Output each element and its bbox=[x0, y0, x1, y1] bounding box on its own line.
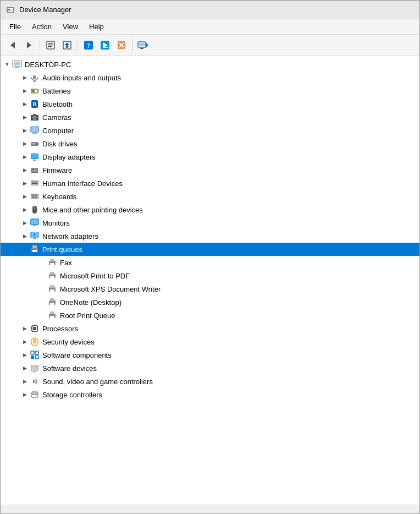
tree-item-disk[interactable]: ▶ Disk drives bbox=[1, 137, 419, 150]
tree-item-storage[interactable]: ▶ Storage controllers bbox=[1, 388, 419, 401]
update-driver-button[interactable] bbox=[59, 37, 75, 53]
svg-marker-5 bbox=[10, 42, 15, 48]
svg-rect-10 bbox=[48, 46, 52, 47]
tree-item-network[interactable]: ▶ Network adapters bbox=[1, 229, 419, 243]
back-button[interactable] bbox=[5, 37, 20, 53]
scan-icon bbox=[137, 40, 148, 50]
svg-rect-46 bbox=[31, 143, 35, 144]
tree-item-audio[interactable]: ▶ Audio inputs and outputs bbox=[1, 71, 419, 84]
print-queues-label: Print queues bbox=[42, 245, 82, 254]
tree-item-computer[interactable]: ▶ Computer bbox=[1, 124, 419, 137]
svg-point-132 bbox=[31, 391, 38, 395]
svg-rect-82 bbox=[32, 250, 37, 252]
network-label: Network adapters bbox=[42, 232, 98, 240]
security-expand-arrow: ▶ bbox=[20, 337, 29, 346]
svg-rect-95 bbox=[49, 288, 51, 289]
svg-point-79 bbox=[34, 234, 36, 236]
uninstall-button[interactable] bbox=[114, 37, 129, 53]
root-computer-icon bbox=[12, 59, 23, 70]
svg-rect-99 bbox=[49, 302, 51, 303]
svg-rect-28 bbox=[33, 75, 36, 79]
tree-item-monitors[interactable]: ▶ Monitors bbox=[1, 216, 419, 229]
security-label: Security devices bbox=[42, 338, 95, 346]
tree-item-sw-devices[interactable]: ▶ Software devices bbox=[1, 362, 419, 375]
computer-expand-arrow: ▶ bbox=[20, 126, 29, 135]
firmware-expand-arrow: ▶ bbox=[20, 166, 29, 174]
tree-item-display[interactable]: ▶ Display adapters bbox=[1, 150, 419, 163]
monitor-icon bbox=[29, 217, 40, 228]
svg-rect-61 bbox=[32, 183, 37, 184]
menu-file[interactable]: File bbox=[5, 21, 25, 32]
tree-item-bluetooth[interactable]: ▶ B Bluetooth bbox=[1, 97, 419, 111]
toolbar: ? bbox=[1, 35, 419, 56]
disk-label: Disk drives bbox=[42, 140, 78, 148]
svg-marker-24 bbox=[146, 43, 148, 47]
batteries-icon bbox=[29, 85, 40, 96]
svg-rect-26 bbox=[14, 62, 20, 65]
horizontal-scrollbar[interactable] bbox=[1, 505, 419, 513]
svg-rect-27 bbox=[15, 67, 19, 68]
svg-rect-93 bbox=[50, 285, 54, 288]
title-bar-text: Device Manager bbox=[19, 6, 71, 14]
svg-rect-49 bbox=[33, 160, 36, 161]
device-manager-window: Device Manager File Action View Help bbox=[0, 0, 420, 514]
processors-label: Processors bbox=[42, 325, 78, 333]
title-bar: Device Manager bbox=[1, 1, 419, 19]
toggle-device-button[interactable] bbox=[97, 37, 113, 53]
tree-item-mice[interactable]: ▶ Mice and other pointing devices bbox=[1, 203, 419, 216]
menu-view[interactable]: View bbox=[58, 21, 82, 32]
title-bar-icon bbox=[6, 6, 15, 14]
svg-rect-52 bbox=[32, 169, 34, 170]
tree-item-hid[interactable]: ▶ Human Interface Devices bbox=[1, 177, 419, 190]
sw-devices-icon bbox=[29, 363, 40, 374]
svg-rect-60 bbox=[37, 182, 38, 183]
svg-rect-122 bbox=[31, 356, 34, 359]
tree-item-firmware[interactable]: ▶ Firmware bbox=[1, 163, 419, 177]
svg-rect-59 bbox=[35, 182, 36, 183]
svg-rect-94 bbox=[50, 289, 54, 292]
menu-action[interactable]: Action bbox=[27, 21, 56, 32]
svg-rect-89 bbox=[50, 272, 54, 275]
firmware-label: Firmware bbox=[42, 166, 72, 174]
sw-components-icon bbox=[29, 349, 40, 360]
tree-root[interactable]: ▼ DESKTOP-PC bbox=[1, 58, 419, 71]
tree-item-keyboards[interactable]: ▶ Keyboards bbox=[1, 190, 419, 203]
tree-item-security[interactable]: ▶ Security devices bbox=[1, 335, 419, 348]
svg-point-119 bbox=[34, 340, 36, 342]
tree-item-sound[interactable]: ▶ Sound, video and game controllers bbox=[1, 375, 419, 388]
computer2-icon bbox=[29, 125, 40, 136]
menu-help[interactable]: Help bbox=[85, 21, 108, 32]
network-icon bbox=[29, 231, 40, 242]
root-print-label: Root Print Queue bbox=[60, 311, 115, 320]
tree-item-cameras[interactable]: ▶ Cameras bbox=[1, 111, 419, 124]
properties-button[interactable] bbox=[43, 37, 58, 53]
ms-xps-label: Microsoft XPS Document Writer bbox=[60, 285, 161, 293]
tree-item-ms-xps[interactable]: Microsoft XPS Document Writer bbox=[1, 282, 419, 296]
tree-item-sw-components[interactable]: ▶ Software components bbox=[1, 348, 419, 362]
tree-item-onenote[interactable]: OneNote (Desktop) bbox=[1, 296, 419, 309]
tree-item-ms-pdf[interactable]: Microsoft Print to PDF bbox=[1, 269, 419, 282]
scan-button[interactable] bbox=[135, 37, 151, 53]
audio-expand-arrow: ▶ bbox=[20, 73, 29, 82]
svg-rect-53 bbox=[35, 169, 37, 169]
tree-item-batteries[interactable]: ▶ Batteries bbox=[1, 84, 419, 97]
svg-point-131 bbox=[31, 395, 38, 398]
fax-printer-icon bbox=[47, 257, 58, 268]
batteries-expand-arrow: ▶ bbox=[20, 86, 29, 95]
svg-rect-101 bbox=[50, 311, 54, 314]
svg-marker-12 bbox=[64, 42, 70, 48]
svg-rect-97 bbox=[50, 298, 54, 301]
tree-item-root-print[interactable]: Root Print Queue bbox=[1, 309, 419, 322]
svg-point-71 bbox=[34, 207, 35, 209]
svg-rect-39 bbox=[33, 114, 36, 116]
tree-item-fax[interactable]: Fax bbox=[1, 256, 419, 269]
sw-components-expand-arrow: ▶ bbox=[20, 351, 29, 359]
help-button[interactable]: ? bbox=[81, 37, 96, 53]
svg-rect-127 bbox=[33, 380, 35, 383]
svg-text:B: B bbox=[32, 101, 37, 107]
tree-item-processors[interactable]: ▶ Proces bbox=[1, 322, 419, 335]
svg-rect-125 bbox=[32, 366, 37, 370]
forward-button[interactable] bbox=[21, 37, 37, 53]
tree-item-print-queues[interactable]: ▼ Print queues bbox=[1, 243, 419, 256]
sound-icon bbox=[29, 376, 40, 387]
